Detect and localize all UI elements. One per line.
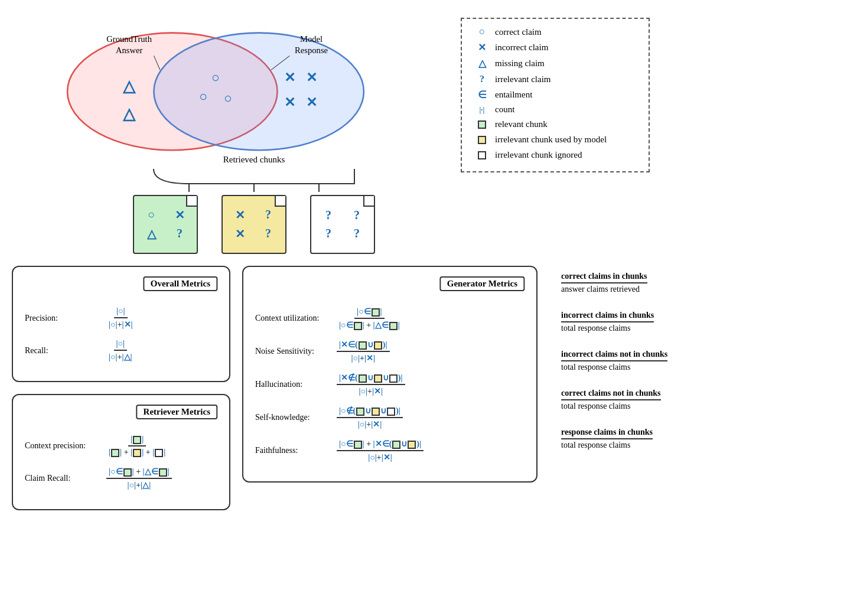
annotation-3-bottom: total response claims — [561, 361, 630, 372]
legend-irrelevant-ignored: irrelevant chunk ignored — [474, 149, 637, 161]
ctx-util-row: Context utilization: |○∈| |○∈| + |△∈| — [255, 307, 525, 330]
recall-denominator: |○|+|△| — [106, 351, 135, 362]
svg-text:○: ○ — [199, 89, 207, 104]
ctx-util-fraction: |○∈| |○∈| + |△∈| — [337, 307, 402, 330]
claim-recall-label: Claim Recall: — [25, 474, 102, 483]
noise-sens-den: |○|+|✕| — [348, 352, 377, 363]
irrelevant-ignored-icon — [474, 149, 490, 161]
svg-text:△: △ — [122, 77, 136, 95]
venn-svg: GroundTruth Answer Model Response △ △ ○ … — [24, 24, 408, 159]
annotation-5-top: response claims in chunks — [561, 428, 653, 439]
faithfulness-fraction: |○∈| + |✕∈(∪)| |○|+|✕| — [337, 439, 424, 462]
context-precision-row: Context precision: || || + || + || — [25, 435, 217, 457]
bottom-section: Overall Metrics Precision: |○| |○|+|✕| — [12, 266, 848, 510]
precision-fraction: |○| |○|+|✕| — [106, 307, 135, 330]
precision-label: Precision: — [25, 314, 102, 323]
chunk-green-x: ✕ — [168, 208, 191, 222]
sk-num: |○∉(∪∪)| — [337, 406, 403, 418]
faithfulness-label: Faithfulness: — [255, 446, 332, 455]
irrelevant-claim-icon: ? — [474, 73, 490, 85]
chunk-yellow: ✕ ? ✕ ? — [221, 195, 286, 254]
legend-missing-claim: △ missing claim — [474, 57, 637, 70]
legend-irrelevant-claim: ? irrelevant claim — [474, 73, 637, 85]
annotation-3-top: incorrect claims not in chunks — [561, 350, 667, 361]
precision-row: Precision: |○| |○|+|✕| — [25, 307, 217, 330]
overall-metrics-box: Overall Metrics Precision: |○| |○|+|✕| — [12, 266, 230, 382]
svg-text:○: ○ — [224, 91, 232, 106]
chunk-green-circle: ○ — [139, 208, 163, 222]
annotation-2-bottom: total response claims — [561, 322, 630, 333]
chunks-row: ○ ✕ △ ? ✕ ? ✕ ? ? ? ? ? — [133, 195, 375, 254]
svg-text:✕: ✕ — [284, 95, 295, 110]
legend-box: ○ correct claim ✕ incorrect claim △ miss… — [461, 18, 650, 172]
legend-count: |·| count — [474, 105, 637, 115]
annotation-3: incorrect claims not in chunks total res… — [561, 350, 667, 372]
ctx-util-den: |○∈| + |△∈| — [337, 319, 402, 330]
annotation-5: response claims in chunks total response… — [561, 428, 667, 450]
ctx-util-num: |○∈| — [354, 307, 385, 319]
chunk-yellow-x1: ✕ — [228, 208, 252, 222]
ctx-prec-den: || + || + || — [106, 446, 168, 457]
hallucination-fraction: |✕∉(∪∪)| |○|+|✕| — [337, 373, 405, 396]
ctx-util-label: Context utilization: — [255, 314, 332, 323]
recall-label: Recall: — [25, 346, 102, 356]
missing-claim-icon: △ — [474, 57, 490, 70]
svg-text:✕: ✕ — [284, 70, 295, 85]
right-annotations: correct claims in chunks answer claims r… — [561, 272, 667, 450]
retriever-metrics-title: Retriever Metrics — [136, 405, 217, 419]
count-icon: |·| — [474, 105, 490, 115]
claim-recall-row: Claim Recall: |○∈| + |△∈| |○|+|△| — [25, 467, 217, 490]
context-precision-fraction: || || + || + || — [106, 435, 168, 457]
annotation-4-bottom: total response claims — [561, 400, 630, 411]
noise-sens-row: Noise Sensitivity: |✕∈(∪)| |○|+|✕| — [255, 340, 525, 363]
overall-metrics-title: Overall Metrics — [144, 276, 217, 291]
chunk-white-q2: ? — [345, 208, 369, 222]
incorrect-claim-icon: ✕ — [474, 41, 490, 54]
noise-sens-fraction: |✕∈(∪)| |○|+|✕| — [337, 340, 390, 363]
legend-correct-claim: ○ correct claim — [474, 26, 637, 38]
noise-sens-label: Noise Sensitivity: — [255, 347, 332, 356]
annotation-4-top: correct claims not in chunks — [561, 389, 661, 400]
self-knowledge-fraction: |○∉(∪∪)| |○|+|✕| — [337, 406, 403, 429]
chunk-green-q: ? — [168, 227, 191, 241]
annotation-1-bottom: answer claims retrieved — [561, 283, 640, 294]
annotation-2: incorrect claims in chunks total respons… — [561, 311, 667, 333]
recall-fraction: |○| |○|+|△| — [106, 339, 135, 362]
legend-missing-claim-label: missing claim — [495, 58, 545, 69]
chunk-yellow-q1: ? — [256, 208, 280, 222]
main-container: GroundTruth Answer Model Response △ △ ○ … — [0, 0, 860, 616]
faith-den: |○|+|✕| — [366, 451, 395, 462]
recall-row: Recall: |○| |○|+|△| — [25, 339, 217, 362]
generator-metrics-title: Generator Metrics — [440, 276, 525, 291]
legend-irrelevant-claim-label: irrelevant claim — [495, 74, 551, 84]
annotation-1-top: correct claims in chunks — [561, 272, 647, 283]
retriever-metrics-box: Retriever Metrics Context precision: || … — [12, 394, 230, 510]
svg-point-1 — [154, 33, 363, 151]
legend-irrelevant-used-label: irrelevant chunk used by model — [495, 135, 607, 145]
self-knowledge-row: Self-knowledge: |○∉(∪∪)| |○|+|✕| — [255, 406, 525, 429]
brace-svg — [106, 166, 402, 193]
svg-text:✕: ✕ — [306, 70, 317, 85]
generator-metrics-box: Generator Metrics Context utilization: |… — [242, 266, 538, 483]
correct-claim-icon: ○ — [474, 26, 490, 38]
self-knowledge-label: Self-knowledge: — [255, 413, 332, 422]
claim-recall-den: |○|+|△| — [125, 479, 154, 490]
legend-relevant-chunk: relevant chunk — [474, 118, 637, 130]
legend-irrelevant-used: irrelevant chunk used by model — [474, 133, 637, 145]
noise-sens-num: |✕∈(∪)| — [337, 340, 390, 352]
legend-count-label: count — [495, 105, 514, 115]
venn-diagram-area: GroundTruth Answer Model Response △ △ ○ … — [12, 12, 425, 165]
legend-relevant-chunk-label: relevant chunk — [495, 119, 548, 129]
chunk-white-q4: ? — [345, 227, 369, 240]
legend-incorrect-claim-label: incorrect claim — [495, 43, 548, 53]
annotation-4: correct claims not in chunks total respo… — [561, 389, 667, 411]
faith-num: |○∈| + |✕∈(∪)| — [337, 439, 424, 451]
svg-text:○: ○ — [211, 70, 220, 85]
chunk-yellow-q2: ? — [256, 227, 280, 241]
sk-den: |○|+|✕| — [356, 418, 385, 429]
svg-text:✕: ✕ — [306, 95, 317, 110]
chunk-white-q3: ? — [317, 227, 340, 240]
irrelevant-used-icon — [474, 133, 490, 145]
hallucination-row: Hallucination: |✕∉(∪∪)| |○|+|✕| — [255, 373, 525, 396]
svg-text:Model: Model — [300, 34, 322, 44]
